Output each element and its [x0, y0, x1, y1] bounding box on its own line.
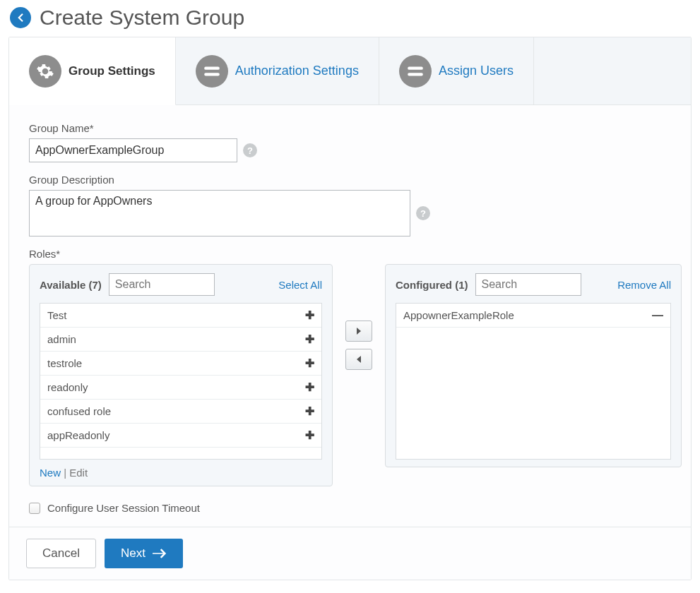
list-item[interactable]: appReadonly✚: [40, 424, 321, 448]
plus-icon[interactable]: ✚: [305, 334, 314, 345]
minus-icon[interactable]: —: [652, 310, 663, 321]
footer: Cancel Next: [9, 527, 691, 580]
select-all-link[interactable]: Select All: [278, 279, 322, 291]
arrow-left-icon: [14, 11, 27, 24]
stack-icon: [399, 55, 432, 88]
tab-body: Group Name* ? Group Description A group …: [9, 105, 691, 527]
available-listbox[interactable]: Test✚ admin✚ testrole✚ readonly✚ confuse…: [40, 303, 322, 460]
list-item[interactable]: Test✚: [40, 304, 321, 328]
configured-title: Configured (1): [396, 279, 468, 291]
plus-icon[interactable]: ✚: [305, 358, 314, 369]
group-desc-input[interactable]: A group for AppOwners: [29, 190, 410, 236]
caret-right-icon: [355, 328, 362, 335]
tab-assign-users[interactable]: Assign Users: [379, 37, 534, 104]
group-name-input[interactable]: [29, 138, 237, 162]
list-item[interactable]: admin✚: [40, 328, 321, 352]
tabs: Group Settings Authorization Settings As…: [9, 37, 691, 105]
tab-group-settings[interactable]: Group Settings: [9, 37, 176, 105]
list-item[interactable]: testrole✚: [40, 352, 321, 376]
next-button[interactable]: Next: [105, 539, 183, 568]
configured-listbox[interactable]: AppownerExampleRole—: [396, 303, 671, 460]
list-item[interactable]: AppownerExampleRole—: [396, 304, 670, 328]
available-search-input[interactable]: [109, 273, 215, 296]
roles-label: Roles*: [29, 248, 671, 260]
help-icon[interactable]: ?: [243, 143, 257, 157]
plus-icon[interactable]: ✚: [305, 382, 314, 393]
edit-role-link[interactable]: Edit: [69, 467, 88, 479]
new-role-link[interactable]: New: [40, 467, 61, 479]
plus-icon[interactable]: ✚: [305, 310, 314, 321]
tab-label: Assign Users: [439, 64, 514, 78]
plus-icon[interactable]: ✚: [305, 430, 314, 441]
group-desc-label: Group Description: [29, 174, 671, 186]
gear-icon: [29, 55, 61, 88]
available-panel: Available (7) Select All Test✚ admin✚ te…: [29, 264, 333, 486]
remove-all-link[interactable]: Remove All: [617, 279, 671, 291]
configured-panel: Configured (1) Remove All AppownerExampl…: [385, 264, 682, 467]
tab-authorization-settings[interactable]: Authorization Settings: [176, 37, 379, 104]
configured-search-input[interactable]: [475, 273, 581, 296]
move-left-button[interactable]: [345, 349, 372, 370]
tab-label: Group Settings: [69, 64, 155, 78]
caret-left-icon: [355, 356, 362, 363]
session-timeout-label: Configure User Session Timeout: [47, 502, 200, 514]
back-button[interactable]: [10, 7, 31, 28]
cancel-button[interactable]: Cancel: [26, 539, 96, 568]
tab-label: Authorization Settings: [235, 64, 359, 78]
help-icon[interactable]: ?: [416, 206, 430, 220]
plus-icon[interactable]: ✚: [305, 406, 314, 417]
page-title: Create System Group: [40, 6, 244, 30]
group-name-label: Group Name*: [29, 122, 671, 134]
tab-container: Group Settings Authorization Settings As…: [8, 37, 692, 580]
list-item[interactable]: readonly✚: [40, 376, 321, 400]
stack-icon: [196, 55, 228, 88]
list-item[interactable]: confused role✚: [40, 400, 321, 424]
session-timeout-checkbox[interactable]: [29, 503, 40, 514]
move-right-button[interactable]: [345, 321, 372, 342]
available-footer: New | Edit: [40, 467, 322, 479]
available-title: Available (7): [40, 279, 102, 291]
transfer-buttons: [345, 321, 372, 370]
arrow-right-icon: [153, 549, 167, 558]
